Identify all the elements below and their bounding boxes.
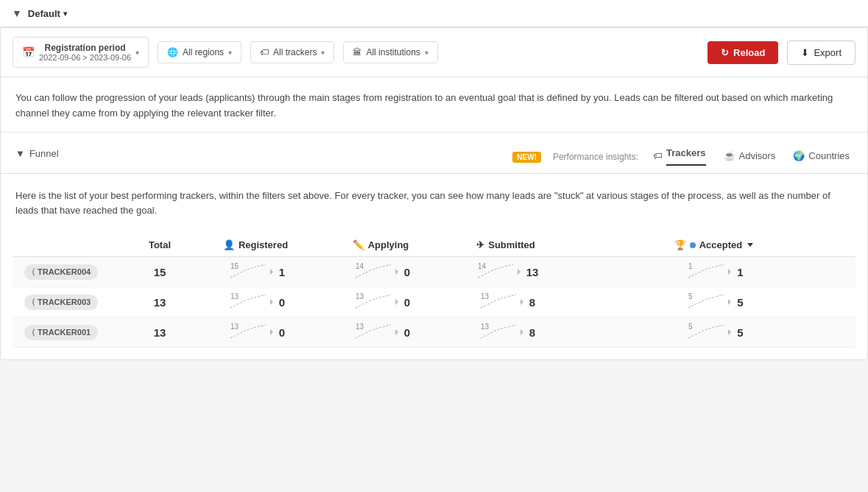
trackers-table-container: Total 👤 Registered ✏️ Applying — [1, 233, 867, 359]
tracker-applying-cell: 13 0 — [322, 287, 440, 317]
person-icon: 👤 — [223, 239, 235, 250]
chevron-down-icon: ▾ — [63, 10, 67, 18]
tag-icon: 🏷 — [260, 47, 269, 57]
globe-icon: 🌐 — [167, 47, 178, 57]
table-row: TRACKER001 13 13 0 13 0 13 8 — [13, 317, 855, 348]
tracker-chip[interactable]: TRACKER004 — [24, 264, 98, 280]
svg-marker-5 — [518, 269, 521, 275]
tab-advisors[interactable]: ☕ Advisors — [721, 144, 779, 170]
chevron-down-icon: ▾ — [228, 49, 232, 57]
applying-sparkline: 14 — [351, 261, 401, 282]
submitted-sparkline: 13 — [476, 322, 526, 342]
advisors-tab-icon: ☕ — [724, 150, 735, 161]
svg-marker-7 — [728, 269, 731, 275]
controls-bar: 📅 Registration period 2022-09-06 > 2023-… — [1, 28, 867, 77]
tabs-bar: ▼ Funnel NEW! Performance insights: 🏷 Tr… — [1, 133, 867, 174]
all-regions-btn[interactable]: 🌐 All regions ▾ — [158, 41, 241, 63]
svg-text:14: 14 — [478, 262, 487, 270]
tracker-total: 15 — [130, 257, 189, 287]
svg-text:13: 13 — [356, 292, 364, 301]
svg-marker-11 — [395, 299, 398, 305]
svg-text:13: 13 — [230, 323, 239, 331]
tracker-name-cell: TRACKER003 — [13, 287, 130, 317]
countries-tab-icon: 🌍 — [793, 150, 805, 161]
svg-marker-1 — [270, 269, 273, 275]
table-header-row: Total 👤 Registered ✏️ Applying — [13, 233, 855, 257]
registered-sparkline: 15 — [226, 261, 276, 282]
svg-marker-13 — [521, 299, 523, 305]
tracker-chip[interactable]: TRACKER001 — [24, 325, 98, 340]
chevron-down-icon: ▾ — [135, 49, 139, 57]
tracker-submitted-cell: 14 13 — [440, 257, 572, 287]
registered-value: 0 — [279, 326, 285, 339]
export-button[interactable]: ⬇ Export — [787, 41, 855, 65]
col-header-total: Total — [130, 233, 189, 257]
svg-marker-23 — [728, 329, 731, 335]
tracker-accepted-cell: 5 5 — [572, 317, 855, 348]
tracker-accepted-cell: 1 1 — [572, 257, 855, 287]
col-header-applying: ✏️ Applying — [322, 233, 440, 257]
applying-sparkline: 13 — [351, 322, 401, 342]
tracker-applying-cell: 13 0 — [322, 317, 440, 348]
svg-text:13: 13 — [356, 323, 364, 331]
pencil-icon: ✏️ — [353, 239, 364, 250]
svg-marker-15 — [728, 299, 731, 305]
svg-text:13: 13 — [481, 292, 490, 301]
tracker-submitted-cell: 13 8 — [440, 317, 572, 348]
tracker-name-cell: TRACKER004 — [13, 257, 130, 287]
tab-trackers[interactable]: 🏷 Trackers — [650, 141, 709, 174]
reload-button[interactable]: ↻ Reload — [708, 41, 778, 64]
svg-marker-3 — [395, 269, 398, 275]
all-institutions-btn[interactable]: 🏛 All institutions ▾ — [343, 41, 437, 63]
submitted-sparkline: 13 — [476, 292, 526, 312]
tracker-applying-cell: 14 0 — [322, 257, 440, 287]
trophy-icon: 🏆 — [674, 239, 686, 250]
filter-bar: ▼ Default ▾ — [0, 0, 868, 27]
tab-countries[interactable]: 🌍 Countries — [790, 144, 853, 170]
default-filter-btn[interactable]: Default ▾ — [28, 8, 67, 19]
svg-text:13: 13 — [230, 292, 239, 301]
trackers-tab-icon: 🏷 — [653, 150, 663, 161]
new-badge: NEW! — [512, 152, 541, 163]
svg-marker-17 — [270, 329, 273, 335]
funnel-filter[interactable]: ▼ Funnel — [15, 148, 59, 166]
tracker-name-cell: TRACKER001 — [13, 317, 130, 348]
tracker-accepted-cell: 5 5 — [572, 287, 855, 317]
table-row: TRACKER003 13 13 0 13 0 13 8 — [13, 287, 855, 317]
registered-sparkline: 13 — [226, 292, 276, 312]
svg-text:13: 13 — [481, 323, 490, 331]
accepted-value: 1 — [737, 266, 743, 278]
tracker-submitted-cell: 13 8 — [440, 287, 572, 317]
reload-icon: ↻ — [721, 47, 729, 58]
table-row: TRACKER004 15 15 1 14 0 14 13 — [13, 257, 855, 287]
applying-value: 0 — [404, 266, 410, 278]
accepted-dot — [690, 242, 696, 248]
performance-section: NEW! Performance insights: 🏷 Trackers ☕ … — [512, 141, 853, 173]
chevron-down-icon: ▾ — [425, 49, 428, 57]
main-description: You can follow the progression of your l… — [1, 77, 867, 133]
col-header-tracker — [13, 233, 130, 257]
accepted-sparkline: 1 — [684, 261, 734, 282]
registered-sparkline: 13 — [226, 322, 276, 342]
tracker-registered-cell: 15 1 — [189, 257, 322, 287]
calendar-icon: 📅 — [22, 46, 35, 58]
svg-text:15: 15 — [230, 262, 239, 270]
accepted-value: 5 — [737, 296, 743, 309]
tracker-total: 13 — [130, 287, 189, 317]
svg-marker-9 — [270, 299, 273, 305]
svg-text:5: 5 — [688, 323, 693, 331]
col-header-registered: 👤 Registered — [189, 233, 322, 257]
registration-period-btn[interactable]: 📅 Registration period 2022-09-06 > 2023-… — [13, 37, 149, 68]
svg-text:1: 1 — [688, 262, 693, 270]
tracker-chip[interactable]: TRACKER003 — [24, 295, 98, 310]
tracker-registered-cell: 13 0 — [189, 287, 322, 317]
performance-insights-label: Performance insights: — [553, 152, 638, 162]
tracker-total: 13 — [130, 317, 189, 348]
all-trackers-btn[interactable]: 🏷 All trackers ▾ — [250, 41, 334, 63]
svg-marker-19 — [395, 329, 398, 335]
filter-icon: ▼ — [12, 7, 22, 19]
accepted-sparkline: 5 — [684, 322, 734, 342]
funnel-icon: ▼ — [15, 148, 25, 159]
col-header-accepted[interactable]: 🏆 Accepted — [572, 233, 855, 257]
submitted-value: 13 — [526, 266, 539, 278]
